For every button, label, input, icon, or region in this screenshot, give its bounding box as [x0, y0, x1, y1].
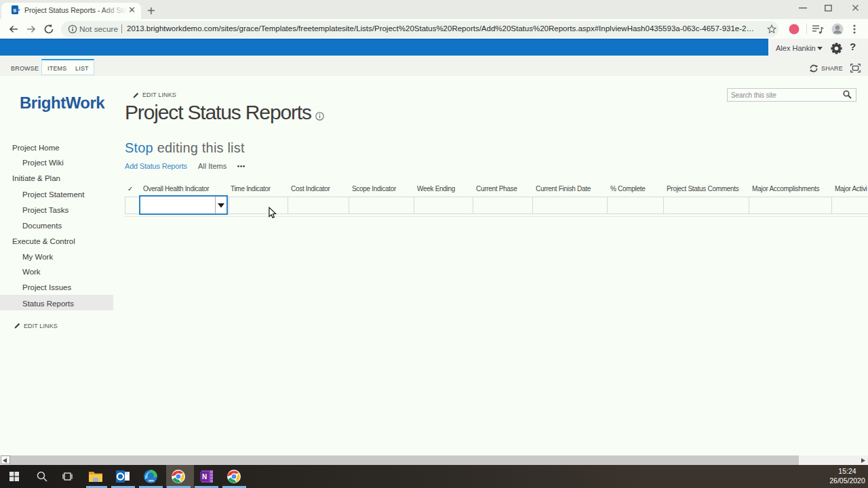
svg-text:s: s	[13, 7, 16, 14]
svg-text:N: N	[202, 473, 207, 481]
